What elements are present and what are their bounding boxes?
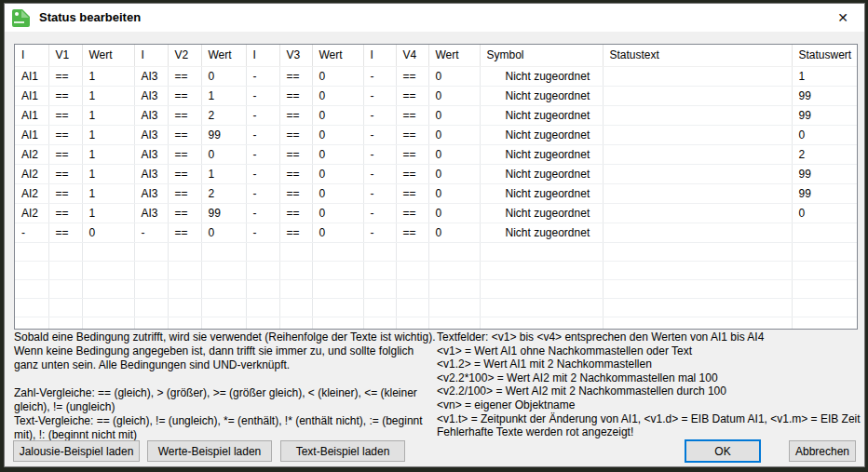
column-header-7-v3[interactable]: V3 <box>279 45 312 67</box>
text-beispiel-button[interactable]: Text-Beispiel laden <box>280 440 405 462</box>
empty-cell <box>792 243 857 262</box>
column-header-5-wert[interactable]: Wert <box>201 45 246 67</box>
empty-cell <box>603 262 792 280</box>
table-cell: AI2 <box>15 184 48 204</box>
column-header-9-i[interactable]: I <box>363 45 396 67</box>
empty-cell <box>134 262 168 280</box>
table-cell: 0 <box>428 67 480 87</box>
status-table[interactable]: IV1WertIV2WertIV3WertIV4WertSymbolStatus… <box>14 44 858 330</box>
table-cell: == <box>168 87 201 106</box>
column-header-10-v4[interactable]: V4 <box>396 45 428 67</box>
table-cell: == <box>48 126 82 145</box>
empty-cell <box>279 317 312 330</box>
table-cell: 2 <box>201 184 246 204</box>
table-cell: 0 <box>312 87 363 106</box>
jalousie-beispiel-button[interactable]: Jalousie-Beispiel laden <box>13 440 140 462</box>
empty-cell <box>168 317 201 330</box>
table-cell: == <box>279 165 312 184</box>
column-header-11-wert[interactable]: Wert <box>428 45 480 67</box>
table-cell: AI2 <box>15 204 48 223</box>
empty-cell <box>246 262 279 280</box>
empty-cell <box>363 243 396 262</box>
table-row[interactable]: AI1==1AI3==0-==0-==0Nicht zugeordnet1 <box>15 67 857 87</box>
table-cell: == <box>168 204 201 223</box>
column-header-3-i[interactable]: I <box>134 45 168 67</box>
table-cell: AI3 <box>134 184 168 204</box>
table-cell: - <box>363 126 396 145</box>
table-cell: AI2 <box>15 145 48 165</box>
table-cell: 0 <box>428 106 480 126</box>
table-cell: - <box>363 106 396 126</box>
table-cell: - <box>246 87 279 106</box>
title-bar[interactable]: Status bearbeiten ✕ <box>5 4 864 32</box>
table-cell: 2 <box>792 145 857 165</box>
table-row[interactable]: AI2==1AI3==99-==0-==0Nicht zugeordnet0 <box>15 204 857 223</box>
werte-beispiel-button[interactable]: Werte-Beispiel laden <box>147 440 272 462</box>
empty-cell <box>312 262 363 280</box>
table-cell: AI1 <box>15 67 48 87</box>
empty-cell <box>82 262 134 280</box>
column-header-1-v1[interactable]: V1 <box>48 45 82 67</box>
empty-cell <box>480 280 603 299</box>
empty-cell <box>48 243 82 262</box>
column-header-13-statustext[interactable]: Statustext <box>603 45 792 67</box>
table-cell: Nicht zugeordnet <box>480 204 603 223</box>
table-row[interactable]: AI2==1AI3==1-==0-==0Nicht zugeordnet99 <box>15 165 857 184</box>
table-cell: - <box>246 204 279 223</box>
abbrechen-button[interactable]: Abbrechen <box>789 440 856 462</box>
table-row[interactable]: AI2==1AI3==2-==0-==0Nicht zugeordnet99 <box>15 184 857 204</box>
table-cell: - <box>363 145 396 165</box>
column-header-14-statuswert[interactable]: Statuswert <box>792 45 857 67</box>
column-header-12-symbol[interactable]: Symbol <box>480 45 603 67</box>
table-cell: == <box>279 184 312 204</box>
app-icon <box>12 9 30 27</box>
table-cell: == <box>279 145 312 165</box>
empty-cell <box>15 262 48 280</box>
empty-cell <box>428 243 480 262</box>
empty-cell <box>246 299 279 317</box>
table-cell: Nicht zugeordnet <box>480 165 603 184</box>
table-cell: 99 <box>201 126 246 145</box>
table-cell: 0 <box>312 67 363 87</box>
table-header: IV1WertIV2WertIV3WertIV4WertSymbolStatus… <box>15 45 857 67</box>
table-cell: == <box>396 87 428 106</box>
table-row[interactable]: AI1==1AI3==99-==0-==0Nicht zugeordnet0 <box>15 126 857 145</box>
table-cell: 0 <box>312 204 363 223</box>
table-cell: 1 <box>82 145 134 165</box>
empty-cell <box>15 243 48 262</box>
table-cell <box>603 126 792 145</box>
table-row[interactable]: AI2==1AI3==0-==0-==0Nicht zugeordnet2 <box>15 145 857 165</box>
column-header-8-wert[interactable]: Wert <box>312 45 363 67</box>
column-header-6-i[interactable]: I <box>246 45 279 67</box>
table-cell: 0 <box>428 184 480 204</box>
table-cell: 1 <box>82 184 134 204</box>
table-cell: == <box>48 87 82 106</box>
table-row[interactable]: -==0-==0-==0-==0Nicht zugeordnet <box>15 223 857 243</box>
empty-cell <box>312 280 363 299</box>
table-row[interactable]: AI1==1AI3==1-==0-==0Nicht zugeordnet99 <box>15 87 857 106</box>
table-cell: Nicht zugeordnet <box>480 145 603 165</box>
ok-button[interactable]: OK <box>685 439 761 463</box>
close-button[interactable]: ✕ <box>821 4 864 32</box>
empty-row <box>15 280 857 299</box>
column-header-4-v2[interactable]: V2 <box>168 45 201 67</box>
empty-cell <box>168 280 201 299</box>
empty-cell <box>396 243 428 262</box>
table-row[interactable]: AI1==1AI3==2-==0-==0Nicht zugeordnet99 <box>15 106 857 126</box>
table-cell <box>603 184 792 204</box>
table-cell: 0 <box>201 145 246 165</box>
table-cell: 0 <box>428 126 480 145</box>
dialog-status-bearbeiten: Status bearbeiten ✕ IV1WertIV2WertIV3Wer… <box>4 3 865 467</box>
empty-cell <box>82 299 134 317</box>
table-cell: AI1 <box>15 87 48 106</box>
table-cell: 0 <box>201 223 246 243</box>
column-header-0-i[interactable]: I <box>15 45 48 67</box>
column-header-2-wert[interactable]: Wert <box>82 45 134 67</box>
empty-cell <box>82 243 134 262</box>
table-cell: AI3 <box>134 87 168 106</box>
table-cell: AI3 <box>134 204 168 223</box>
help-line: Fehlerhafte Texte werden rot angezeigt! <box>437 425 863 439</box>
table-cell: Nicht zugeordnet <box>480 67 603 87</box>
table-cell: == <box>168 165 201 184</box>
table-cell: - <box>246 126 279 145</box>
